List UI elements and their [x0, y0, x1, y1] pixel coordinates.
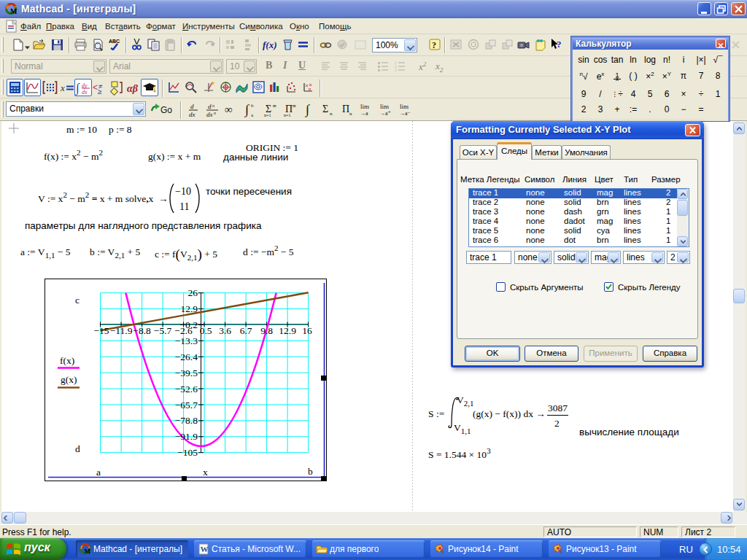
svg-text:lim: lim: [400, 103, 409, 110]
svg-text:12.9: 12.9: [180, 303, 198, 314]
svg-text:lim: lim: [380, 103, 389, 110]
svg-text:n: n: [212, 104, 214, 108]
svg-text:−8.8: −8.8: [133, 325, 151, 336]
svg-text:a: a: [96, 467, 101, 478]
svg-text:16: 16: [302, 325, 312, 336]
svg-text:M: M: [10, 7, 18, 15]
svg-text:−11.9: −11.9: [110, 325, 133, 336]
svg-text:Go: Go: [160, 105, 172, 115]
svg-text:dx: dx: [189, 111, 196, 117]
svg-text:→a⁺: →a⁺: [379, 110, 391, 117]
svg-text:∫: ∫: [305, 102, 310, 117]
svg-text:<: <: [93, 82, 98, 93]
svg-text:−15: −15: [93, 325, 109, 336]
svg-text:ABC: ABC: [109, 39, 120, 44]
svg-text:0.5: 0.5: [200, 325, 212, 336]
svg-text:6.7: 6.7: [240, 325, 252, 336]
svg-text:b: b: [251, 103, 254, 109]
svg-text:a: a: [251, 112, 254, 117]
svg-text:11: 11: [179, 201, 189, 212]
svg-text:x: x: [203, 467, 208, 478]
svg-text:g(x): g(x): [61, 374, 77, 385]
svg-text:∞: ∞: [225, 104, 233, 115]
svg-text:−5.7: −5.7: [154, 325, 172, 336]
svg-text:−2.6: −2.6: [174, 325, 193, 336]
svg-text:m: m: [273, 104, 276, 108]
svg-text:→a: →a: [360, 110, 368, 117]
svg-text:3.6: 3.6: [219, 325, 231, 336]
svg-text:n: n: [330, 111, 333, 117]
svg-text:αβ: αβ: [127, 83, 139, 94]
svg-text:n=1: n=1: [284, 113, 290, 117]
svg-text:−26.4: −26.4: [175, 351, 198, 362]
svg-text:d: d: [75, 443, 80, 454]
svg-text:−105: −105: [177, 447, 198, 458]
svg-text:12.9: 12.9: [279, 325, 296, 336]
svg-text:∫: ∫: [244, 102, 249, 117]
svg-text:−91.9: −91.9: [175, 431, 198, 442]
svg-text:dx: dx: [206, 111, 213, 117]
svg-text:m: m: [293, 104, 296, 108]
svg-text:f(x): f(x): [60, 355, 74, 366]
svg-text:W: W: [201, 545, 209, 553]
svg-text:Σ: Σ: [322, 104, 328, 114]
svg-text:−65.7: −65.7: [175, 400, 198, 411]
svg-text:M: M: [85, 548, 91, 555]
svg-text:9.8: 9.8: [260, 325, 273, 336]
svg-text:−10: −10: [175, 186, 191, 197]
svg-text:n: n: [349, 111, 352, 117]
svg-text:Π: Π: [342, 104, 349, 114]
svg-text:f(x): f(x): [263, 39, 277, 50]
svg-text:n=1: n=1: [264, 113, 271, 117]
svg-text:≥: ≥: [98, 88, 102, 96]
svg-text:n: n: [214, 111, 216, 115]
svg-text:−39.5: −39.5: [175, 368, 198, 378]
svg-text:3: 3: [395, 68, 397, 72]
svg-text:−13.3: −13.3: [175, 335, 198, 346]
svg-text:x: x: [60, 82, 65, 93]
svg-text:26: 26: [188, 287, 198, 298]
svg-text:dx: dx: [82, 89, 88, 96]
svg-text:?: ?: [432, 40, 436, 50]
svg-text:lim: lim: [360, 103, 369, 110]
svg-text:d: d: [208, 103, 212, 110]
svg-text:−78.8: −78.8: [175, 415, 198, 426]
svg-text:−52.6: −52.6: [175, 384, 198, 394]
svg-text:→a⁻: →a⁻: [399, 110, 411, 117]
svg-text:c: c: [75, 295, 80, 306]
svg-text:d: d: [190, 103, 194, 110]
svg-text:∫: ∫: [75, 81, 80, 96]
svg-text:?: ?: [557, 39, 562, 50]
svg-text:b: b: [308, 466, 313, 477]
